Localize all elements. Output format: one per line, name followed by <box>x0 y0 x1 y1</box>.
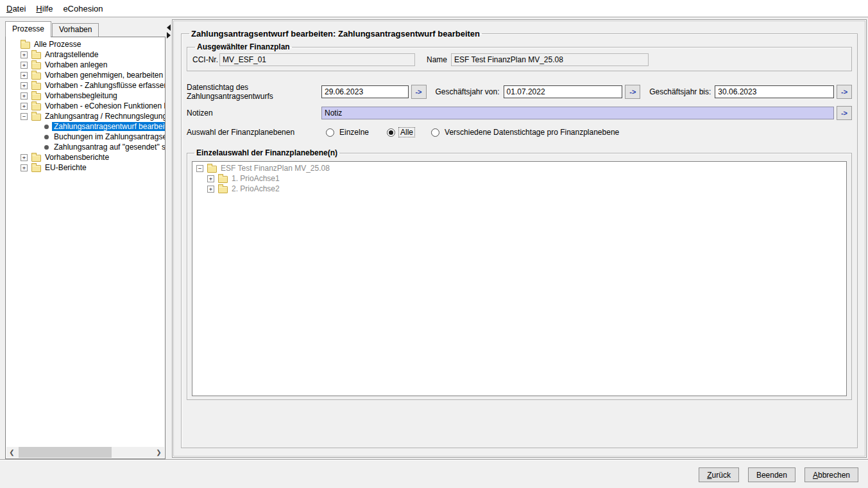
radio-option-alle[interactable]: Alle <box>387 128 414 137</box>
expand-icon[interactable]: + <box>21 82 28 89</box>
cci-field[interactable]: MV_ESF_01 <box>219 53 415 66</box>
scroll-left-icon[interactable]: ❮ <box>6 447 17 458</box>
expand-icon[interactable]: + <box>21 164 28 171</box>
folder-icon <box>218 176 228 183</box>
expand-icon[interactable]: + <box>21 72 28 79</box>
tree-item-label: Vorhaben - Zahlungsflüsse erfassen <box>43 81 165 90</box>
folder-icon <box>31 52 41 59</box>
tree-item[interactable]: +Vorhaben genehmigen, bearbeiten <box>6 70 165 80</box>
collapse-icon[interactable]: − <box>196 165 203 172</box>
tree-item[interactable]: +2. PrioAchse2 <box>192 184 846 194</box>
geschaeftsjahr-von-label: Geschäftsjahr von: <box>436 87 500 96</box>
geschaeftsjahr-von-field[interactable]: 01.07.2022 <box>504 85 623 98</box>
tree-item[interactable]: Zahlungsantrag auf "gesendet" setzen <box>6 142 165 152</box>
main-group: Zahlungsantragsentwurf bearbeiten: Zahlu… <box>181 29 858 448</box>
tree-item[interactable]: +Vorhabensbegleitung <box>6 91 165 101</box>
collapse-icon[interactable]: − <box>21 113 28 120</box>
process-sidebar: Prozesse Vorhaben Alle Prozesse+Antragst… <box>5 21 166 459</box>
tree-item-label: Vorhaben anlegen <box>43 60 109 69</box>
tree-item-label: Zahlungsantrag / Rechnungslegung <box>43 112 165 121</box>
finanzplan-group-title: Ausgewählter Finanzplan <box>195 42 292 51</box>
folder-icon <box>31 62 41 69</box>
beenden-button[interactable]: Beenden <box>748 467 796 482</box>
folder-icon <box>207 166 217 173</box>
geschaeftsjahr-bis-picker-button[interactable]: -> <box>837 85 852 99</box>
tree-item-label: Buchungen im Zahlungsantragsentwurf <box>52 132 165 141</box>
radio-icon[interactable] <box>431 128 439 137</box>
tree-item-label: 2. PrioAchse2 <box>230 184 282 193</box>
folder-icon <box>31 83 41 90</box>
menu-ecohesion[interactable]: eCohesion <box>58 1 108 16</box>
datenstichtag-picker-button[interactable]: -> <box>411 85 427 99</box>
tree-item-label: Vorhaben - eCohesion Funktionen bearbeit… <box>43 101 165 110</box>
menu-hilfe[interactable]: Hilfe <box>31 1 58 16</box>
cci-label: CCI-Nr. <box>192 55 219 64</box>
auswahl-label: Auswahl der Finanzplanebenen <box>187 128 321 137</box>
tree-item[interactable]: +Vorhabensberichte <box>6 152 165 162</box>
notizen-expand-button[interactable]: -> <box>837 106 852 120</box>
folder-icon <box>31 103 41 110</box>
datenstichtag-field[interactable]: 29.06.2023 <box>321 85 409 98</box>
tree-item-label: Zahlungsantragsentwurf bearbeiten <box>52 122 165 131</box>
folder-icon <box>31 165 41 172</box>
expand-icon[interactable]: + <box>21 103 28 110</box>
tree-item[interactable]: Zahlungsantragsentwurf bearbeiten <box>6 121 165 132</box>
tree-item-label: Vorhaben genehmigen, bearbeiten <box>43 71 165 80</box>
panel-splitter[interactable] <box>166 19 172 458</box>
radio-icon[interactable] <box>326 128 334 137</box>
scrollbar-thumb[interactable] <box>19 447 112 458</box>
expand-icon[interactable]: + <box>21 62 28 69</box>
abbrechen-button[interactable]: Abbrechen <box>804 467 858 482</box>
name-label: Name <box>427 55 451 64</box>
folder-icon <box>218 186 228 193</box>
datenstichtag-label: Datenstichtag des Zahlungsantragsentwurf… <box>187 83 321 101</box>
bullet-icon <box>44 135 49 139</box>
tree-item-label: Alle Prozesse <box>32 40 83 49</box>
tree-item-label: ESF Test FinanzPlan MV_25.08 <box>219 164 332 173</box>
geschaeftsjahr-bis-field[interactable]: 30.06.2023 <box>715 85 834 98</box>
scrollbar-track[interactable] <box>17 447 153 458</box>
expand-right-icon[interactable] <box>167 32 171 39</box>
tab-prozesse[interactable]: Prozesse <box>5 21 51 37</box>
folder-icon <box>31 155 41 162</box>
radio-option-verschiedene[interactable]: Verschiedene Datenstichtage pro Finanzpl… <box>431 128 620 137</box>
sidebar-tabs: Prozesse Vorhaben <box>5 21 166 37</box>
scroll-right-icon[interactable]: ❯ <box>153 447 164 458</box>
expand-icon[interactable]: + <box>207 175 214 182</box>
folder-icon <box>21 42 30 49</box>
tree-item[interactable]: Alle Prozesse <box>6 39 165 49</box>
name-field[interactable]: ESF Test FinanzPlan MV_25.08 <box>451 53 649 66</box>
expand-icon[interactable]: + <box>21 154 28 161</box>
main-panel: Zahlungsantragsentwurf bearbeiten: Zahlu… <box>172 19 867 458</box>
tree-item-label: Antragstellende <box>43 50 100 59</box>
tree-item[interactable]: +Vorhaben anlegen <box>6 60 165 70</box>
expand-icon[interactable]: + <box>21 51 28 58</box>
tree-item-label: Zahlungsantrag auf "gesendet" setzen <box>52 143 165 152</box>
zurueck-button[interactable]: Zurück <box>699 467 739 482</box>
notizen-field[interactable]: Notiz <box>321 107 834 119</box>
horizontal-scrollbar[interactable]: ❮ ❯ <box>6 447 164 458</box>
tree-item[interactable]: −Zahlungsantrag / Rechnungslegung <box>6 111 165 121</box>
menu-datei[interactable]: Datei <box>1 1 31 16</box>
radio-label-alle: Alle <box>399 128 414 137</box>
tree-item[interactable]: +Vorhaben - eCohesion Funktionen bearbei… <box>6 101 165 111</box>
tree-item[interactable]: +Antragstellende <box>6 49 165 60</box>
radio-option-einzelne[interactable]: Einzelne <box>326 128 370 137</box>
geschaeftsjahr-von-picker-button[interactable]: -> <box>625 85 640 99</box>
tree-item-label: Vorhabensberichte <box>43 153 111 162</box>
tree-item[interactable]: Buchungen im Zahlungsantragsentwurf <box>6 132 165 142</box>
tree-item[interactable]: −ESF Test FinanzPlan MV_25.08 <box>192 163 846 173</box>
tree-item[interactable]: +Vorhaben - Zahlungsflüsse erfassen <box>6 80 165 91</box>
radio-icon[interactable] <box>387 128 395 137</box>
expand-icon[interactable]: + <box>21 92 28 100</box>
tab-vorhaben[interactable]: Vorhaben <box>52 23 99 37</box>
folder-icon <box>31 73 41 80</box>
tree-item[interactable]: +EU-Berichte <box>6 162 165 173</box>
tree-item[interactable]: +1. PrioAchse1 <box>192 173 846 184</box>
notizen-label: Notizen <box>187 109 321 118</box>
expand-icon[interactable]: + <box>207 186 214 193</box>
einzelauswahl-group: Einzelauswahl der Finanzplanebene(n) −ES… <box>187 148 852 400</box>
collapse-left-icon[interactable] <box>167 24 171 31</box>
folder-icon <box>31 93 41 100</box>
einzelauswahl-group-title: Einzelauswahl der Finanzplanebene(n) <box>194 148 339 157</box>
